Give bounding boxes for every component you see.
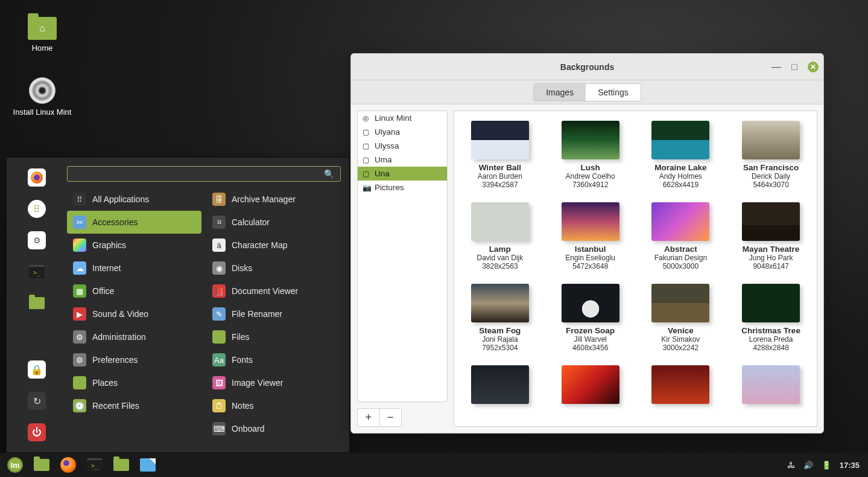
menu-category-graphics[interactable]: Graphics (67, 234, 201, 257)
menu-apps: 🗄Archive Manager⌗CalculatoräCharacter Ma… (206, 188, 341, 440)
collection-una[interactable]: ▢Una (358, 167, 447, 181)
backgrounds-tabbar: Images Settings (351, 80, 823, 104)
wallpaper-wallpaper[interactable] (459, 365, 541, 408)
fav-files[interactable] (28, 294, 46, 312)
archive-icon: 🗄 (212, 193, 226, 206)
wallpaper-lamp[interactable]: Lamp David van Dijk 3828x2563 (459, 202, 541, 271)
wallpaper-author: Lorena Preda (730, 335, 812, 344)
battery-icon[interactable]: 🔋 (822, 461, 831, 470)
logout-button[interactable]: ↻ (28, 392, 46, 410)
wallpaper-thumbnail (562, 365, 619, 404)
menu-category-administration[interactable]: ⚙Administration (67, 325, 201, 348)
graphics-icon (73, 238, 86, 252)
wallpaper-author: Joni Rajala (459, 335, 541, 344)
menu-app-image-viewer[interactable]: 🖼Image Viewer (206, 371, 341, 394)
scissors-icon: ✂ (73, 216, 86, 229)
wallpaper-moraine-lake[interactable]: Moraine Lake Andy Holmes 6628x4419 (640, 121, 722, 189)
menu-button[interactable]: lm (4, 455, 27, 475)
image-icon: 🖼 (212, 376, 226, 389)
wallpaper-istanbul[interactable]: Istanbul Engin Eselioglu 5472x3648 (550, 202, 632, 271)
show-desktop-button[interactable] (30, 455, 53, 475)
menu-category-places[interactable]: Places (67, 371, 201, 394)
menu-category-sound-video[interactable]: ▶Sound & Video (67, 303, 201, 325)
taskbar-files[interactable] (110, 455, 133, 475)
menu-category-label: Recent Files (92, 401, 139, 411)
doc-icon: 📕 (212, 284, 226, 298)
mint-icon: ◎ (363, 114, 371, 123)
menu-app-onboard[interactable]: ⌨Onboard (206, 417, 341, 440)
taskbar-firefox[interactable] (57, 455, 80, 475)
collection-ulyana[interactable]: ▢Ulyana (358, 125, 447, 139)
wallpaper-mayan-theatre[interactable]: Mayan Theatre Jung Ho Park 9048x6147 (730, 202, 812, 271)
menu-app-archive-manager[interactable]: 🗄Archive Manager (206, 188, 341, 211)
wallpaper-christmas-tree[interactable]: Christmas Tree Lorena Preda 4288x2848 (730, 284, 812, 352)
add-collection-button[interactable]: + (358, 409, 379, 426)
menu-app-calculator[interactable]: ⌗Calculator (206, 211, 341, 234)
wallpaper-thumbnail (651, 365, 709, 404)
menu-app-notes[interactable]: 🗒Notes (206, 394, 341, 417)
tab-images[interactable]: Images (534, 84, 586, 101)
menu-app-file-renamer[interactable]: ✎File Renamer (206, 303, 341, 325)
menu-app-document-viewer[interactable]: 📕Document Viewer (206, 280, 341, 303)
menu-app-disks[interactable]: ◉Disks (206, 257, 341, 280)
fonts-icon: Aa (212, 353, 226, 367)
collection-linux-mint[interactable]: ◎Linux Mint (358, 111, 447, 125)
collection-list: ◎Linux Mint▢Ulyana▢Ulyssa▢Uma▢Una📷Pictur… (357, 110, 448, 402)
menu-app-files[interactable]: Files (206, 325, 341, 348)
menu-search[interactable]: 🔍 (67, 166, 341, 182)
minimize-button[interactable]: ― (771, 62, 781, 72)
wallpaper-winter-ball[interactable]: Winter Ball Aaron Burden 3394x2587 (459, 121, 541, 189)
menu-category-label: Administration (92, 332, 146, 342)
taskbar-running-backgrounds[interactable] (136, 455, 159, 475)
wallpaper-thumbnail (471, 202, 529, 241)
tab-settings[interactable]: Settings (586, 84, 641, 101)
wallpaper-frozen-soap[interactable]: Frozen Soap Jill Warvel 4608x3456 (550, 284, 632, 352)
wallpaper-wallpaper[interactable] (730, 365, 812, 408)
wallpaper-venice[interactable]: Venice Kir Simakov 3000x2242 (640, 284, 722, 352)
collection-uma[interactable]: ▢Uma (358, 153, 447, 167)
lock-button[interactable]: 🔒 (28, 360, 46, 379)
menu-search-input[interactable] (74, 169, 324, 179)
wallpaper-abstract[interactable]: Abstract Fakurian Design 5000x3000 (640, 202, 722, 271)
wallpaper-thumbnail (471, 121, 529, 159)
collection-pictures[interactable]: 📷Pictures (358, 181, 447, 194)
fav-software-manager[interactable]: ⠿ (28, 200, 46, 218)
remove-collection-button[interactable]: − (379, 409, 402, 426)
window-titlebar[interactable]: Backgrounds ― □ ✕ (351, 54, 823, 80)
shutdown-button[interactable]: ⏻ (28, 423, 46, 441)
taskbar-terminal[interactable]: >_ (83, 455, 106, 475)
network-icon[interactable]: 🖧 (787, 461, 795, 470)
collection-ulyssa[interactable]: ▢Ulyssa (358, 139, 447, 153)
desktop-icon-install[interactable]: Install Linux Mint (6, 77, 78, 117)
menu-category-all-applications[interactable]: ⠿All Applications (67, 188, 201, 211)
clock[interactable]: 17:35 (840, 461, 860, 470)
wallpaper-lush[interactable]: Lush Andrew Coelho 7360x4912 (550, 121, 632, 189)
wallpaper-author: Engin Eselioglu (550, 254, 632, 262)
menu-app-character-map[interactable]: äCharacter Map (206, 234, 341, 257)
wallpaper-name: Winter Ball (459, 163, 541, 172)
desktop-icon-home[interactable]: ⌂ Home (6, 17, 78, 53)
pic-icon: ▢ (363, 156, 371, 164)
pref-icon: ⚙ (73, 353, 86, 367)
menu-category-recent-files[interactable]: 🕘Recent Files (67, 394, 201, 417)
menu-category-preferences[interactable]: ⚙Preferences (67, 348, 201, 371)
wallpaper-thumbnail (562, 284, 619, 322)
collection-label: Ulyssa (375, 141, 399, 150)
menu-app-fonts[interactable]: AaFonts (206, 348, 341, 371)
pic-icon: ▢ (363, 142, 371, 150)
menu-category-accessories[interactable]: ✂Accessories (67, 211, 201, 234)
fav-system-settings[interactable]: ⚙ (28, 231, 46, 249)
fav-firefox[interactable] (28, 168, 46, 187)
wallpaper-wallpaper[interactable] (550, 365, 632, 408)
menu-category-internet[interactable]: ☁Internet (67, 257, 201, 280)
fav-terminal[interactable]: >_ (28, 263, 46, 281)
wallpaper-san-francisco[interactable]: San Francisco Derick Daily 5464x3070 (730, 121, 812, 189)
menu-app-label: Document Viewer (232, 286, 298, 296)
sound-icon[interactable]: 🔊 (803, 461, 813, 470)
menu-category-office[interactable]: ▦Office (67, 280, 201, 303)
close-button[interactable]: ✕ (808, 62, 819, 72)
wallpaper-steam-fog[interactable]: Steam Fog Joni Rajala 7952x5304 (459, 284, 541, 352)
wallpaper-thumbnail (651, 121, 709, 159)
wallpaper-wallpaper[interactable] (640, 365, 722, 408)
maximize-button[interactable]: □ (790, 62, 799, 72)
